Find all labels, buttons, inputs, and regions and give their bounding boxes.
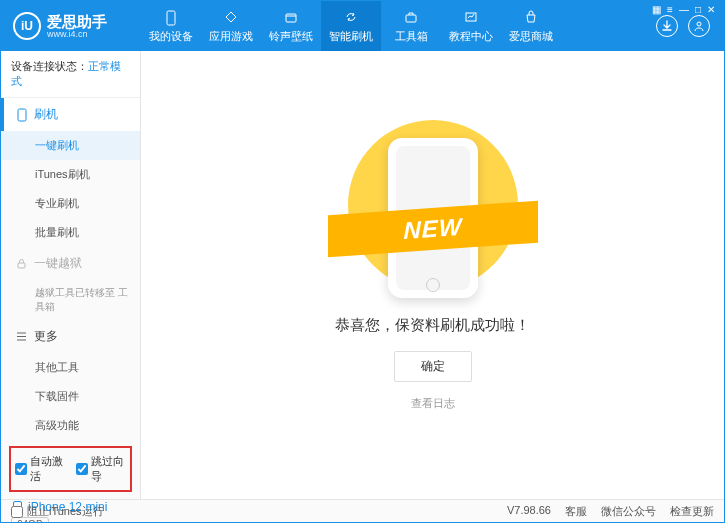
nav-refresh[interactable]: 智能刷机 (321, 1, 381, 51)
logo-icon: iU (13, 12, 41, 40)
svg-rect-6 (18, 263, 25, 268)
svg-point-4 (697, 22, 701, 26)
auto-activate-checkbox[interactable]: 自动激活 (15, 454, 66, 484)
check-update-link[interactable]: 检查更新 (670, 504, 714, 519)
shop-icon (522, 9, 540, 27)
apps-icon (222, 9, 240, 27)
sys-btn[interactable]: ▦ (652, 4, 661, 15)
nav-chart[interactable]: 教程中心 (441, 1, 501, 51)
options-highlight-box: 自动激活 跳过向导 (9, 446, 132, 492)
block-itunes-checkbox[interactable]: 阻止iTunes运行 (11, 504, 104, 519)
lock-icon (15, 257, 28, 270)
sidebar: 设备连接状态：正常模式 刷机 一键刷机iTunes刷机专业刷机批量刷机 一键越狱… (1, 51, 141, 499)
wechat-link[interactable]: 微信公众号 (601, 504, 656, 519)
svg-rect-0 (167, 11, 175, 25)
app-title: 爱思助手 (47, 14, 107, 29)
nav-phone[interactable]: 我的设备 (141, 1, 201, 51)
jailbreak-note: 越狱工具已转移至 工具箱 (1, 280, 140, 320)
sys-btn[interactable]: ≡ (667, 4, 673, 15)
sidebar-item[interactable]: 高级功能 (1, 411, 140, 440)
service-link[interactable]: 客服 (565, 504, 587, 519)
svg-rect-5 (18, 109, 26, 121)
logo: iU 爱思助手 www.i4.cn (1, 12, 141, 40)
phone-icon (162, 9, 180, 27)
version-label: V7.98.66 (507, 504, 551, 519)
minimize-button[interactable]: — (679, 4, 689, 15)
svg-rect-1 (286, 14, 296, 22)
folder-icon (282, 9, 300, 27)
sidebar-header-more[interactable]: 更多 (1, 320, 140, 353)
sidebar-item[interactable]: 下载固件 (1, 382, 140, 411)
sidebar-item[interactable]: iTunes刷机 (1, 160, 140, 189)
chart-icon (462, 9, 480, 27)
connection-status: 设备连接状态：正常模式 (1, 51, 140, 98)
phone-icon (15, 108, 28, 121)
svg-rect-2 (406, 15, 416, 22)
view-log-link[interactable]: 查看日志 (411, 396, 455, 411)
download-button[interactable] (656, 15, 678, 37)
maximize-button[interactable]: □ (695, 4, 701, 15)
nav-toolbox[interactable]: 工具箱 (381, 1, 441, 51)
nav-folder[interactable]: 铃声壁纸 (261, 1, 321, 51)
sidebar-header-jailbreak: 一键越狱 (1, 247, 140, 280)
app-url: www.i4.cn (47, 29, 107, 39)
sidebar-header-flash[interactable]: 刷机 (1, 98, 140, 131)
success-message: 恭喜您，保资料刷机成功啦！ (335, 316, 530, 335)
sidebar-item[interactable]: 一键刷机 (1, 131, 140, 160)
main-content: NEW 恭喜您，保资料刷机成功啦！ 确定 查看日志 (141, 51, 724, 499)
sidebar-item[interactable]: 批量刷机 (1, 218, 140, 247)
titlebar: iU 爱思助手 www.i4.cn 我的设备应用游戏铃声壁纸智能刷机工具箱教程中… (1, 1, 724, 51)
ok-button[interactable]: 确定 (394, 351, 472, 382)
nav-apps[interactable]: 应用游戏 (201, 1, 261, 51)
menu-icon (15, 330, 28, 343)
main-nav: 我的设备应用游戏铃声壁纸智能刷机工具箱教程中心爱思商城 (141, 1, 561, 51)
skip-guide-checkbox[interactable]: 跳过向导 (76, 454, 127, 484)
toolbox-icon (402, 9, 420, 27)
sidebar-item[interactable]: 其他工具 (1, 353, 140, 382)
close-button[interactable]: ✕ (707, 4, 715, 15)
success-illustration: NEW (328, 120, 538, 290)
sidebar-item[interactable]: 专业刷机 (1, 189, 140, 218)
nav-shop[interactable]: 爱思商城 (501, 1, 561, 51)
refresh-icon (342, 9, 360, 27)
user-button[interactable] (688, 15, 710, 37)
window-controls: ▦ ≡ — □ ✕ (652, 4, 715, 15)
